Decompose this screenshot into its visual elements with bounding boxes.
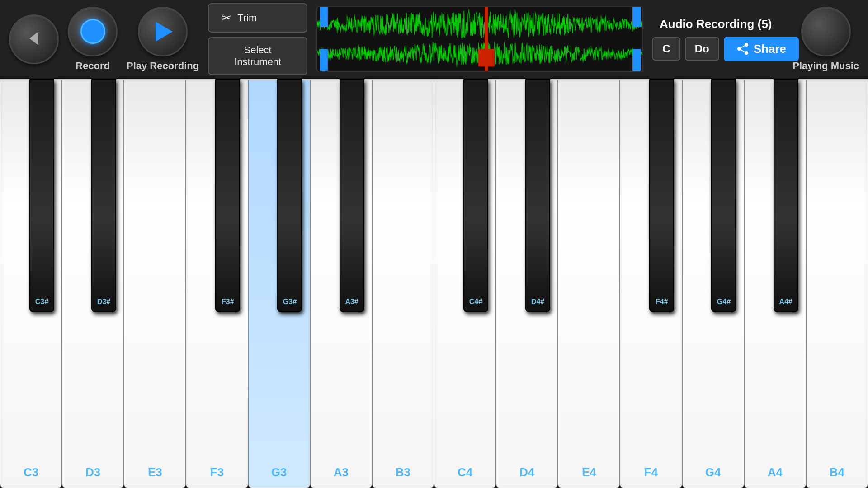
black-key-f3sharp[interactable]: F3# [215,79,240,312]
audio-recording-title: Audio Recording (5) [652,17,779,31]
black-key-label-a4sharp: A4# [779,298,792,306]
scissors-icon: ✂ [222,10,232,25]
white-key-label-c4: C4 [458,465,472,479]
white-key-label-g4: G4 [705,465,721,479]
share-label: Share [754,42,786,56]
select-instrument-button[interactable]: Select Instrument [208,37,307,75]
black-key-label-g3sharp: G3# [283,298,297,306]
white-key-b3[interactable]: B3 [372,79,434,488]
black-key-c4sharp[interactable]: C4# [463,79,488,312]
black-key-a3sharp[interactable]: A3# [340,79,364,312]
black-key-c3sharp[interactable]: C3# [29,79,54,312]
white-key-label-a4: A4 [768,465,783,479]
play-recording-label: Play Recording [127,60,199,72]
white-key-label-d3: D3 [85,465,100,479]
white-key-label-f3: F3 [210,465,224,479]
record-button[interactable] [68,7,118,56]
white-key-label-c3: C3 [24,465,38,479]
black-key-label-a3sharp: A3# [345,298,358,306]
white-key-e4[interactable]: E4 [558,79,620,488]
top-bar: Record Play Recording ✂ Trim Select Inst… [0,0,868,79]
white-key-label-a3: A3 [334,465,349,479]
black-key-label-g4sharp: G4# [717,298,731,306]
action-buttons: ✂ Trim Select Instrument [208,3,307,75]
back-button[interactable] [9,14,59,64]
white-key-label-d4: D4 [519,465,534,479]
play-icon [156,22,173,42]
back-button-group [9,14,59,64]
right-panel: Audio Recording (5) C Do Share [652,17,779,61]
black-key-label-c3sharp: C3# [35,298,48,306]
white-key-label-e3: E3 [148,465,162,479]
bottom-controls: C Do Share [652,37,779,61]
playing-music-label: Playing Music [793,60,859,72]
piano-section: C3D3E3F3G3A3B3C4D4E4F4G4A4B4C3#D3#F3#G3#… [0,79,868,488]
black-key-d4sharp[interactable]: D4# [525,79,550,312]
svg-line-4 [739,45,746,49]
trim-button[interactable]: ✂ Trim [208,3,307,33]
black-key-label-f3sharp: F3# [222,298,234,306]
record-indicator-icon [80,19,105,44]
record-label: Record [75,60,110,72]
trim-label: Trim [237,12,257,24]
note-do-button[interactable]: Do [685,37,719,61]
back-arrow-icon [25,29,43,49]
black-key-g3sharp[interactable]: G3# [277,79,302,312]
black-key-label-d3sharp: D3# [97,298,110,306]
piano-keys: C3D3E3F3G3A3B3C4D4E4F4G4A4B4C3#D3#F3#G3#… [0,79,868,488]
black-key-a4sharp[interactable]: A4# [774,79,798,312]
note-c-button[interactable]: C [652,37,680,61]
record-button-group: Record [68,7,118,72]
share-button[interactable]: Share [724,37,799,61]
black-key-label-f4sharp: F4# [656,298,668,306]
svg-line-5 [739,49,746,53]
white-key-label-b4: B4 [830,465,844,479]
playing-music-button[interactable] [801,7,851,56]
svg-marker-0 [29,32,38,45]
black-key-label-d4sharp: D4# [531,298,544,306]
play-recording-button[interactable] [138,7,188,56]
play-recording-button-group: Play Recording [127,7,199,72]
white-key-b4[interactable]: B4 [806,79,868,488]
waveform-canvas [317,7,642,71]
white-key-label-f4: F4 [644,465,658,479]
black-key-label-c4sharp: C4# [469,298,482,306]
share-icon [736,42,749,55]
playing-music-button-group: Playing Music [793,7,859,72]
black-key-g4sharp[interactable]: G4# [711,79,736,312]
white-key-e3[interactable]: E3 [124,79,186,488]
waveform-container[interactable] [316,6,643,72]
white-key-label-g3: G3 [271,465,287,479]
black-key-d3sharp[interactable]: D3# [91,79,116,312]
white-key-label-b3: B3 [396,465,410,479]
select-instrument-label: Select Instrument [222,44,294,68]
white-key-label-e4: E4 [582,465,596,479]
black-key-f4sharp[interactable]: F4# [649,79,674,312]
